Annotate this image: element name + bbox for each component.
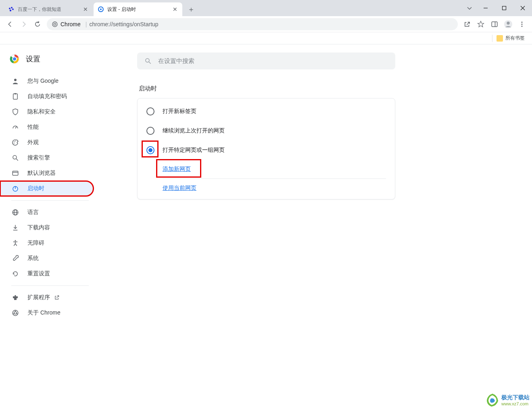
- maximize-button[interactable]: [495, 2, 513, 14]
- sidebar-item-extensions[interactable]: 扩展程序: [0, 290, 94, 305]
- add-new-page-link[interactable]: 添加新网页: [163, 166, 191, 172]
- tab-inactive[interactable]: 百度一下，你就知道 ✕: [4, 2, 93, 16]
- sidebar-item-appearance[interactable]: 外观: [0, 135, 94, 150]
- radio-option-continue[interactable]: 继续浏览上次打开的网页: [138, 121, 395, 141]
- sidebar-header: 设置: [0, 52, 97, 73]
- divider: [492, 35, 492, 42]
- tab-active[interactable]: 设置 - 启动时 ✕: [94, 2, 182, 16]
- profile-button[interactable]: [501, 17, 515, 31]
- address-bar[interactable]: Chrome | chrome://settings/onStartup: [47, 18, 458, 30]
- svg-point-11: [54, 23, 56, 25]
- window-controls: [463, 0, 532, 16]
- sidebar-item-about-chrome[interactable]: 关于 Chrome: [0, 305, 94, 321]
- palette-icon: [11, 138, 19, 147]
- sidebar-item-you-and-google[interactable]: 您与 Google: [0, 73, 94, 89]
- svg-point-16: [522, 21, 523, 23]
- svg-line-29: [16, 159, 18, 161]
- tab-strip: 百度一下，你就知道 ✕ 设置 - 启动时 ✕ ＋: [0, 0, 197, 16]
- globe-icon: [11, 208, 19, 216]
- chrome-icon: [11, 309, 19, 317]
- speedometer-icon: [11, 123, 19, 131]
- use-current-pages-link[interactable]: 使用当前网页: [163, 185, 196, 191]
- sidebar-item-label: 启动时: [27, 185, 44, 192]
- svg-point-27: [14, 143, 15, 144]
- search-icon: [144, 57, 152, 65]
- svg-line-24: [15, 127, 17, 129]
- share-button[interactable]: [460, 17, 474, 31]
- browser-icon: [11, 169, 19, 177]
- dropdown-button[interactable]: [463, 2, 476, 14]
- sidebar-item-label: 扩展程序: [27, 294, 50, 301]
- clipboard-icon: [11, 92, 19, 101]
- sidebar-item-on-startup[interactable]: 启动时: [0, 181, 94, 196]
- sidebar-item-accessibility[interactable]: 无障碍: [0, 235, 94, 251]
- radio-label: 打开新标签页: [163, 108, 196, 115]
- svg-point-2: [12, 8, 14, 10]
- all-bookmarks-button[interactable]: 所有书签: [497, 35, 525, 42]
- radio-option-specific-pages[interactable]: 打开特定网页或一组网页: [138, 141, 395, 160]
- close-icon[interactable]: ✕: [82, 6, 89, 13]
- settings-favicon: [98, 6, 104, 13]
- sidebar-item-privacy[interactable]: 隐私和安全: [0, 104, 94, 120]
- add-new-page-row[interactable]: 添加新网页: [138, 160, 395, 178]
- sidebar-item-downloads[interactable]: 下载内容: [0, 220, 94, 235]
- back-button[interactable]: [3, 17, 17, 31]
- menu-button[interactable]: [515, 17, 529, 31]
- sidebar-item-autofill[interactable]: 自动填充和密码: [0, 89, 94, 104]
- svg-point-20: [13, 57, 17, 61]
- sidebar-item-label: 性能: [27, 124, 39, 131]
- svg-rect-30: [13, 171, 18, 176]
- radio-unchecked-icon: [146, 127, 154, 135]
- tab-title: 设置 - 启动时: [107, 6, 136, 13]
- shield-icon: [11, 108, 19, 116]
- sidebar-item-default-browser[interactable]: 默认浏览器: [0, 166, 94, 181]
- sidebar-item-search-engine[interactable]: 搜索引擎: [0, 150, 94, 166]
- sidebar-item-system[interactable]: 系统: [0, 251, 94, 266]
- startup-card: 打开新标签页 继续浏览上次打开的网页 打开特定网页或一组网页 添加新网页 使用当…: [137, 98, 395, 199]
- watermark: 极光下载站 www.xz7.com: [485, 393, 530, 407]
- svg-point-18: [522, 25, 523, 27]
- use-current-pages-row[interactable]: 使用当前网页: [138, 179, 395, 199]
- restore-icon: [11, 270, 19, 278]
- side-panel-button[interactable]: [488, 17, 501, 31]
- radio-unchecked-icon: [146, 107, 154, 115]
- reload-button[interactable]: [31, 17, 44, 31]
- extension-icon: [11, 294, 19, 302]
- sidebar-item-label: 搜索引擎: [27, 154, 50, 162]
- forward-button[interactable]: [17, 17, 31, 31]
- folder-icon: [497, 35, 503, 42]
- settings-page: 设置 您与 Google 自动填充和密码 隐私和安全 性能 外观: [0, 44, 532, 409]
- download-icon: [11, 224, 19, 232]
- sidebar-item-label: 关于 Chrome: [27, 309, 61, 317]
- radio-option-new-tab[interactable]: 打开新标签页: [138, 102, 395, 121]
- power-icon: [11, 185, 19, 193]
- svg-point-1: [11, 7, 13, 8]
- url-separator: |: [86, 21, 87, 27]
- svg-point-38: [15, 240, 16, 241]
- sidebar-item-performance[interactable]: 性能: [0, 120, 94, 135]
- all-bookmarks-label: 所有书签: [505, 35, 525, 42]
- settings-search-input[interactable]: 在设置中搜索: [137, 52, 395, 69]
- svg-point-10: [52, 22, 57, 27]
- accessibility-icon: [11, 239, 19, 247]
- baidu-favicon: [8, 6, 15, 13]
- sidebar-item-languages[interactable]: 语言: [0, 205, 94, 220]
- bookmark-star-button[interactable]: [474, 17, 488, 31]
- close-window-button[interactable]: [513, 2, 532, 14]
- sidebar-item-label: 自动填充和密码: [27, 93, 67, 100]
- minimize-button[interactable]: [476, 2, 495, 14]
- sidebar-item-label: 无障碍: [27, 239, 44, 247]
- new-tab-button[interactable]: ＋: [186, 4, 197, 15]
- svg-rect-7: [503, 6, 506, 10]
- close-icon[interactable]: ✕: [172, 6, 178, 13]
- search-placeholder: 在设置中搜索: [158, 57, 194, 65]
- sidebar-item-label: 系统: [27, 255, 39, 262]
- svg-point-0: [9, 8, 10, 9]
- svg-point-17: [522, 23, 523, 25]
- svg-point-15: [507, 21, 509, 24]
- svg-rect-23: [15, 93, 17, 94]
- chrome-logo-icon: [10, 54, 19, 64]
- tab-title: 百度一下，你就知道: [18, 6, 61, 13]
- sidebar-item-reset[interactable]: 重置设置: [0, 266, 94, 281]
- search-icon: [11, 154, 19, 162]
